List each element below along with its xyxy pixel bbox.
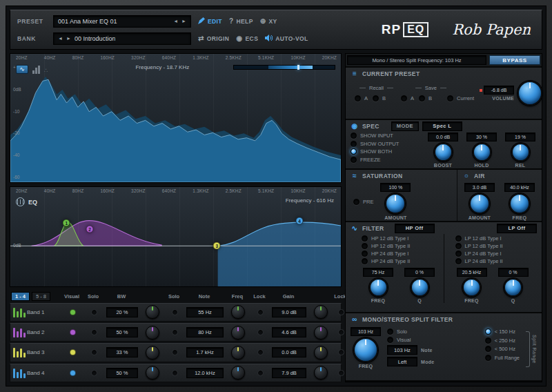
eq-node-band1[interactable]: 1 bbox=[63, 219, 70, 226]
band1-freq-lock-toggle[interactable] bbox=[257, 309, 264, 315]
band3-bw-knob[interactable] bbox=[146, 346, 159, 360]
spectrum-display[interactable]: 20HZ40HZ80HZ160HZ320HZ640HZ1.3KHZ2.5KHZ5… bbox=[10, 53, 342, 183]
band3-gain-value[interactable]: 0.0 dB bbox=[272, 347, 306, 357]
band2-freq-value[interactable]: 80 Hz bbox=[186, 327, 224, 337]
band2-visual-toggle[interactable] bbox=[70, 329, 76, 335]
range-full-radio[interactable]: Full Range bbox=[485, 355, 520, 361]
split-note-value[interactable]: 103 Hz bbox=[387, 345, 417, 355]
eq-plot[interactable]: 1 2 3 4 bbox=[10, 195, 341, 286]
band1-bw-value[interactable]: 20 % bbox=[106, 307, 138, 317]
save-a-radio[interactable]: A bbox=[401, 95, 414, 101]
slider-marker[interactable] bbox=[297, 65, 299, 70]
lp-q-knob[interactable] bbox=[504, 278, 522, 297]
spectrum-wave-icon[interactable]: ∿ bbox=[16, 65, 28, 74]
show-both-radio[interactable]: SHOW BOTH bbox=[351, 148, 422, 155]
band3-visual-toggle[interactable] bbox=[70, 349, 76, 355]
boost-value[interactable]: 0.0 dB bbox=[428, 133, 458, 141]
band1-gain-knob[interactable] bbox=[314, 305, 328, 319]
rel-value[interactable]: 19 % bbox=[505, 133, 535, 141]
band4-bw-value[interactable]: 50 % bbox=[106, 368, 138, 378]
band2-bw-value[interactable]: 50 % bbox=[106, 327, 138, 337]
eq-node-band2[interactable]: 2 bbox=[86, 225, 93, 233]
lp-freq-knob[interactable] bbox=[462, 278, 481, 297]
eq-display[interactable]: 20HZ40HZ80HZ160HZ320HZ640HZ1.3KHZ2.5KHZ5… bbox=[10, 186, 342, 287]
band2-solo-toggle[interactable] bbox=[91, 329, 97, 335]
saturation-amount-value[interactable]: 100 % bbox=[380, 183, 411, 192]
hold-knob[interactable] bbox=[473, 143, 491, 161]
band2-bw-knob[interactable] bbox=[146, 326, 159, 340]
preset-next-arrow[interactable]: ► bbox=[181, 19, 186, 23]
hp-freq-knob[interactable] bbox=[369, 278, 388, 297]
band4-freq-value[interactable]: 12.0 kHz bbox=[186, 368, 224, 378]
spectrum-peak-hold-icon[interactable]: ∴ bbox=[44, 68, 48, 74]
band2-freq-knob[interactable] bbox=[231, 326, 245, 340]
split-freq-knob[interactable] bbox=[353, 337, 378, 362]
band1-note-solo-toggle[interactable] bbox=[172, 309, 178, 315]
band4-gain-knob[interactable] bbox=[314, 366, 328, 380]
tab-bands-5-8[interactable]: 5 - 8 bbox=[32, 292, 50, 301]
range-150hz-radio[interactable]: < 150 Hz bbox=[485, 329, 520, 335]
band1-gain-lock-toggle[interactable] bbox=[338, 309, 344, 315]
split-solo-radio[interactable]: Solo bbox=[387, 329, 434, 335]
split-mode-dropdown[interactable]: Left bbox=[387, 357, 417, 366]
air-freq-knob[interactable] bbox=[509, 193, 530, 214]
edit-button[interactable]: EDIT bbox=[198, 17, 222, 26]
split-freq-value[interactable]: 103 Hz bbox=[351, 327, 381, 336]
band2-gain-value[interactable]: 4.6 dB bbox=[272, 327, 306, 337]
boost-knob[interactable] bbox=[434, 143, 453, 161]
band1-freq-knob[interactable] bbox=[231, 305, 245, 319]
hp-24-type1-radio[interactable]: HP 24 dB Type I bbox=[362, 251, 444, 257]
band2-note-solo-toggle[interactable] bbox=[172, 329, 178, 335]
lp-12-type2-radio[interactable]: LP 12 dB Type II bbox=[455, 243, 538, 249]
rel-knob[interactable] bbox=[511, 143, 530, 161]
band2-gain-lock-toggle[interactable] bbox=[338, 329, 344, 335]
saturation-amount-knob[interactable] bbox=[385, 193, 406, 214]
hp-freq-value[interactable]: 75 Hz bbox=[363, 268, 393, 277]
lp-12-type1-radio[interactable]: LP 12 dB Type I bbox=[455, 235, 538, 242]
lp-mode-dropdown[interactable]: LP Off bbox=[497, 224, 537, 233]
range-250hz-radio[interactable]: < 250 Hz bbox=[485, 337, 520, 344]
save-b-radio[interactable]: B bbox=[419, 95, 432, 101]
hp-mode-dropdown[interactable]: HP Off bbox=[395, 224, 435, 233]
volume-knob[interactable] bbox=[518, 81, 542, 106]
auto-vol-button[interactable]: AUTO-VOL bbox=[265, 35, 308, 43]
band3-solo-toggle[interactable] bbox=[91, 349, 97, 355]
band3-freq-lock-toggle[interactable] bbox=[257, 349, 264, 355]
spec-mode-dropdown[interactable]: Spec L bbox=[422, 121, 462, 131]
lp-freq-value[interactable]: 20.5 kHz bbox=[457, 268, 487, 277]
band4-note-solo-toggle[interactable] bbox=[172, 370, 178, 376]
band1-bw-knob[interactable] bbox=[146, 305, 159, 319]
split-visual-radio[interactable]: Visual bbox=[387, 337, 434, 343]
band3-bw-value[interactable]: 33 % bbox=[106, 347, 138, 357]
band1-solo-toggle[interactable] bbox=[91, 309, 97, 315]
eq-node-band4[interactable]: 4 bbox=[296, 217, 304, 224]
tab-bands-1-4[interactable]: 1 - 4 bbox=[11, 292, 30, 301]
pre-radio[interactable]: PRE bbox=[353, 199, 373, 205]
origin-button[interactable]: ⇄ ORIGIN bbox=[198, 35, 229, 42]
air-freq-value[interactable]: 40.0 kHz bbox=[504, 183, 535, 192]
current-radio[interactable]: Current bbox=[447, 95, 474, 101]
xy-button[interactable]: ⊕ XY bbox=[260, 18, 277, 25]
range-500hz-radio[interactable]: < 500 Hz bbox=[485, 346, 520, 352]
band4-solo-toggle[interactable] bbox=[91, 370, 97, 376]
band1-freq-value[interactable]: 55 Hz bbox=[186, 307, 224, 317]
hp-12-type1-radio[interactable]: HP 12 dB Type I bbox=[362, 235, 444, 242]
hold-value[interactable]: 30 % bbox=[466, 133, 497, 141]
hp-12-type2-radio[interactable]: HP 12 dB Type II bbox=[362, 243, 444, 249]
show-input-radio[interactable]: SHOW INPUT bbox=[351, 133, 422, 139]
bank-prev-arrow[interactable]: ◄ bbox=[58, 36, 63, 41]
preset-selector[interactable]: 001 Ana Mixer EQ 01 ◄ ► bbox=[53, 15, 191, 28]
band4-freq-knob[interactable] bbox=[231, 366, 245, 380]
spectrum-frequency-slider[interactable] bbox=[233, 65, 335, 70]
help-button[interactable]: ? HELP bbox=[229, 18, 253, 25]
band4-gain-lock-toggle[interactable] bbox=[338, 370, 344, 376]
band1-visual-toggle[interactable] bbox=[70, 309, 76, 315]
band4-bw-knob[interactable] bbox=[146, 366, 159, 380]
lp-q-value[interactable]: 0 % bbox=[498, 268, 529, 277]
spectrum-bars-icon[interactable] bbox=[32, 66, 40, 74]
band3-gain-lock-toggle[interactable] bbox=[338, 349, 344, 355]
spec-mode-button[interactable]: MODE bbox=[391, 121, 419, 131]
show-output-radio[interactable]: SHOW OUTPUT bbox=[351, 141, 422, 147]
band1-gain-value[interactable]: 9.0 dB bbox=[272, 307, 306, 317]
band4-gain-value[interactable]: 7.9 dB bbox=[272, 368, 306, 378]
